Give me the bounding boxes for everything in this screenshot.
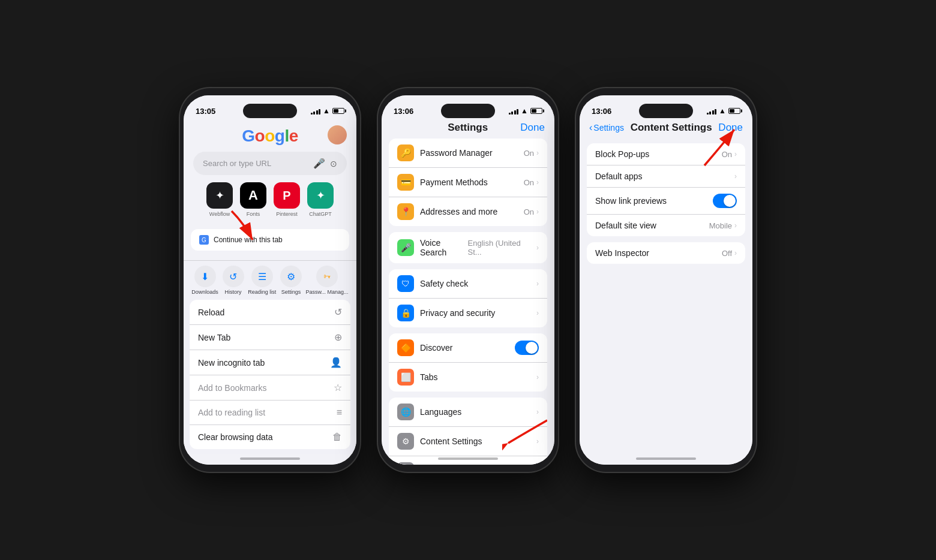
clear-icon: 🗑 bbox=[332, 432, 342, 442]
settings-languages[interactable]: 🌐 Languages › bbox=[389, 398, 547, 427]
menu-incognito[interactable]: New incognito tab 👤 bbox=[190, 350, 350, 375]
payment-value: On bbox=[524, 178, 534, 187]
menu-new-tab[interactable]: New Tab ⊕ bbox=[190, 325, 350, 350]
show-link-previews[interactable]: Show link previews bbox=[587, 188, 745, 215]
chevron-icon-7: › bbox=[536, 373, 539, 381]
home-indicator-1 bbox=[240, 457, 300, 460]
toolbar-downloads[interactable]: ⬇ Downloads bbox=[191, 266, 218, 295]
back-chevron-icon: ‹ bbox=[589, 122, 592, 133]
reading-list-icon: ≡ bbox=[337, 407, 342, 418]
new-tab-icon: ⊕ bbox=[334, 332, 342, 343]
link-previews-toggle[interactable] bbox=[713, 194, 737, 208]
toolbar-settings[interactable]: ⚙ Settings bbox=[280, 266, 302, 295]
addresses-label: Addresses and more bbox=[420, 207, 497, 216]
avatar-1 bbox=[328, 125, 347, 144]
settings-voice-search[interactable]: 🎤 Voice Search English (United St... › bbox=[389, 232, 547, 263]
content-done-button[interactable]: Done bbox=[718, 122, 743, 134]
settings-group-4: 🔶 Discover ⬜ Tabs › bbox=[389, 333, 547, 392]
password-circle: 🗝 bbox=[316, 266, 338, 287]
shortcut-pinterest[interactable]: P Pinterest bbox=[274, 182, 300, 217]
safety-check-label: Safety check bbox=[420, 279, 468, 288]
microphone-icon[interactable]: 🎤 bbox=[313, 158, 325, 169]
password-manager-label: Password Manager bbox=[420, 148, 493, 158]
search-bar[interactable]: Search or type URL 🎤 ⊙ bbox=[193, 152, 347, 175]
toolbar-history[interactable]: ↺ History bbox=[223, 266, 244, 295]
settings-payment[interactable]: 💳 Payment Methods On › bbox=[389, 168, 547, 197]
content-settings-group-1: Block Pop-ups On › Default apps › bbox=[587, 143, 745, 236]
settings-privacy[interactable]: 🔒 Privacy and security › bbox=[389, 299, 547, 327]
phone-3: 13:06 ▲ ‹ bbox=[576, 88, 756, 472]
addresses-icon: 📍 bbox=[397, 203, 414, 220]
home-indicator-2 bbox=[438, 457, 498, 460]
new-tab-text: New Tab bbox=[198, 333, 230, 342]
settings-discover[interactable]: 🔶 Discover bbox=[389, 333, 547, 363]
chatgpt-icon: ✦ bbox=[307, 182, 334, 209]
settings-page-title: Settings bbox=[448, 122, 488, 134]
settings-group-1: 🔑 Password Manager On › 💳 Payment M bbox=[389, 139, 547, 226]
settings-done-button[interactable]: Done bbox=[520, 122, 545, 134]
toolbar-password[interactable]: 🗝 Passw... Manag... bbox=[306, 266, 349, 295]
settings-addresses[interactable]: 📍 Addresses and more On › bbox=[389, 197, 547, 226]
settings-group-2: 🎤 Voice Search English (United St... › bbox=[389, 232, 547, 263]
block-popups-label: Block Pop-ups bbox=[595, 149, 649, 159]
toolbar-reading[interactable]: ☰ Reading list bbox=[248, 266, 276, 295]
shortcut-chatgpt[interactable]: ✦ ChatGPT bbox=[307, 182, 334, 217]
menu-reload[interactable]: Reload ↺ bbox=[190, 300, 350, 325]
signal-icon-2 bbox=[509, 108, 519, 115]
languages-icon: 🌐 bbox=[397, 404, 414, 420]
addresses-value: On bbox=[524, 207, 534, 216]
fonts-icon: A bbox=[240, 182, 266, 209]
wifi-icon-3: ▲ bbox=[719, 107, 726, 115]
chevron-icon-3: › bbox=[536, 207, 539, 216]
reload-icon: ↺ bbox=[334, 306, 342, 318]
menu-items: Reload ↺ New Tab ⊕ New incognito tab 👤 A… bbox=[190, 300, 350, 449]
chevron-icon-2: › bbox=[536, 178, 539, 186]
default-apps[interactable]: Default apps › bbox=[587, 165, 745, 188]
menu-reading-list[interactable]: Add to reading list ≡ bbox=[190, 401, 350, 425]
battery-icon-3 bbox=[728, 108, 740, 114]
webflow-icon: ✦ bbox=[206, 182, 233, 209]
payment-icon: 💳 bbox=[397, 174, 414, 191]
dynamic-island-2 bbox=[441, 104, 495, 118]
shortcut-webflow[interactable]: ✦ Webflow bbox=[206, 182, 233, 217]
default-site-view-label: Default site view bbox=[595, 221, 656, 230]
default-site-view[interactable]: Default site view Mobile › bbox=[587, 215, 745, 236]
clear-text: Clear browsing data bbox=[198, 432, 273, 442]
back-button[interactable]: ‹ Settings bbox=[589, 122, 624, 133]
web-inspector[interactable]: Web Inspector Off › bbox=[587, 242, 745, 264]
settings-safety-check[interactable]: 🛡 Safety check › bbox=[389, 269, 547, 299]
content-settings-group-2: Web Inspector Off › bbox=[587, 242, 745, 264]
privacy-label: Privacy and security bbox=[420, 308, 495, 318]
settings-circle: ⚙ bbox=[280, 266, 302, 287]
privacy-icon: 🔒 bbox=[397, 305, 414, 321]
toolbar-icons: ⬇ Downloads ↺ History ☰ Reading list ⚙ S… bbox=[190, 266, 350, 295]
content-settings-icon: ⚙ bbox=[397, 433, 414, 450]
content-settings-title: Content Settings bbox=[631, 122, 712, 134]
wifi-icon-1: ▲ bbox=[323, 107, 330, 115]
block-popups[interactable]: Block Pop-ups On › bbox=[587, 143, 745, 165]
default-site-view-value: Mobile bbox=[709, 221, 732, 230]
settings-password-manager[interactable]: 🔑 Password Manager On › bbox=[389, 139, 547, 168]
voice-search-icon: 🎤 bbox=[397, 239, 414, 256]
settings-content-settings[interactable]: ⚙ Content Settings › bbox=[389, 427, 547, 456]
chevron-icon-4: › bbox=[536, 243, 539, 252]
shortcut-fonts[interactable]: A Fonts bbox=[240, 182, 266, 217]
shortcut-fonts-label: Fonts bbox=[247, 211, 260, 217]
menu-clear[interactable]: Clear browsing data 🗑 bbox=[190, 425, 350, 449]
bottom-toolbar: ⬇ Downloads ↺ History ☰ Reading list ⚙ S… bbox=[184, 260, 356, 454]
battery-icon-1 bbox=[332, 108, 344, 114]
settings-tabs[interactable]: ⬜ Tabs › bbox=[389, 363, 547, 392]
settings-group-5: 🌐 Languages › ⚙ Content Settings bbox=[389, 398, 547, 465]
phone-2: 13:06 ▲ Setting bbox=[378, 88, 558, 472]
chevron-icon-bp: › bbox=[734, 150, 737, 158]
status-icons-2: ▲ bbox=[509, 107, 542, 115]
menu-bookmarks[interactable]: Add to Bookmarks ☆ bbox=[190, 375, 350, 401]
shortcut-chatgpt-label: ChatGPT bbox=[309, 211, 332, 217]
voice-search-value: English (United St... bbox=[468, 239, 534, 257]
lens-icon[interactable]: ⊙ bbox=[330, 159, 337, 168]
discover-toggle[interactable] bbox=[515, 341, 539, 355]
dynamic-island-3 bbox=[639, 104, 693, 118]
shortcuts-row: ✦ Webflow A Fonts P Pinterest ✦ ChatGPT bbox=[193, 182, 347, 217]
continue-tab[interactable]: G Continue with this tab bbox=[191, 229, 349, 251]
languages-label: Languages bbox=[420, 407, 461, 417]
